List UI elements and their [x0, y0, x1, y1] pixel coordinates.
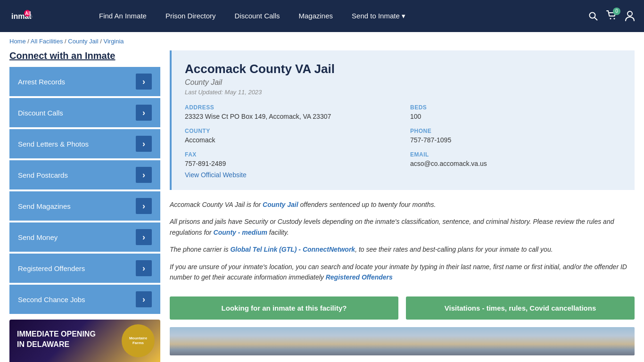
breadcrumb-home[interactable]: Home [9, 38, 26, 45]
sidebar-item-send-magazines[interactable]: Send Magazines › [9, 191, 160, 221]
beds-value: 100 [410, 113, 621, 120]
email-value: acso@co.accomack.va.us [410, 160, 621, 167]
sidebar-item-label: Send Postcards [18, 171, 68, 179]
facility-type: County Jail [185, 78, 621, 87]
nav-magazines[interactable]: Magazines [298, 12, 333, 20]
county-label: COUNTY [185, 128, 396, 134]
looking-for-inmate-button[interactable]: Looking for an inmate at this facility? [170, 296, 398, 320]
search-icon [588, 11, 598, 21]
facility-card: Accomack County VA Jail County Jail Last… [170, 50, 635, 190]
svg-line-5 [594, 17, 597, 20]
sidebar-item-label: Registered Offenders [18, 264, 85, 272]
sidebar-arrow-icon: › [136, 136, 152, 152]
main-nav: Find An Inmate Prison Directory Discount… [99, 12, 574, 20]
address-label: ADDRESS [185, 104, 396, 111]
sidebar-arrow-icon: › [136, 198, 152, 214]
sidebar-arrow-icon: › [136, 260, 152, 276]
county-group: COUNTY Accomack [185, 128, 396, 144]
cart-badge: 0 [613, 8, 620, 15]
desc-para1: Accomack County VA Jail is for County Ja… [170, 199, 635, 210]
registered-offenders-link[interactable]: Registered Offenders [326, 273, 393, 281]
main-container: Connect with an Inmate Arrest Records › … [0, 50, 644, 362]
sidebar-arrow-icon: › [136, 291, 152, 307]
sidebar-item-label: Send Letters & Photos [18, 140, 89, 148]
svg-point-8 [627, 11, 632, 16]
fax-group: FAX 757-891-2489 [185, 151, 396, 167]
county-jail-link[interactable]: County Jail [263, 201, 298, 208]
facility-photo-preview [170, 327, 635, 355]
svg-point-6 [610, 18, 611, 19]
breadcrumb-all-facilities[interactable]: All Facilities [31, 38, 63, 45]
sidebar-item-arrest-records[interactable]: Arrest Records › [9, 67, 160, 96]
nav-find-inmate[interactable]: Find An Inmate [99, 12, 147, 20]
address-value: 23323 Wise Ct PO Box 149, Accomack, VA 2… [185, 113, 396, 120]
ad-text: IMMEDIATE OPENING IN DELAWARE [17, 329, 96, 350]
desc-para4: If you are unsure of your inmate's locat… [170, 262, 635, 283]
email-group: EMAIL acso@co.accomack.va.us [410, 151, 621, 167]
ad-logo: MountaireFarms [122, 324, 155, 357]
email-label: EMAIL [410, 151, 621, 158]
sidebar-item-label: Send Money [18, 233, 58, 241]
nav-send-to-inmate[interactable]: Send to Inmate ▾ [352, 12, 405, 20]
address-group: ADDRESS 23323 Wise Ct PO Box 149, Accoma… [185, 104, 396, 120]
sidebar-arrow-icon: › [136, 105, 152, 121]
facility-updated: Last Updated: May 11, 2023 [185, 89, 621, 96]
facility-details: ADDRESS 23323 Wise Ct PO Box 149, Accoma… [185, 104, 621, 167]
sidebar-item-label: Second Chance Jobs [18, 296, 85, 304]
breadcrumb-state[interactable]: Virginia [103, 38, 124, 45]
nav-prison-directory[interactable]: Prison Directory [165, 12, 216, 20]
facility-photo [170, 327, 635, 355]
county-medium-link[interactable]: County - medium [214, 229, 267, 236]
phone-label: PHONE [410, 128, 621, 134]
sidebar-ad[interactable]: IMMEDIATE OPENING IN DELAWARE MountaireF… [9, 320, 160, 362]
header-icons: 0 [588, 10, 635, 22]
visitations-button[interactable]: Visitations - times, rules, Covid cancel… [406, 296, 635, 320]
phone-group: PHONE 757-787-1095 [410, 128, 621, 144]
nav-discount-calls[interactable]: Discount Calls [235, 12, 280, 20]
search-button[interactable] [588, 11, 598, 21]
sidebar-item-label: Send Magazines [18, 202, 71, 210]
fax-value: 757-891-2489 [185, 160, 396, 167]
user-icon [625, 11, 635, 21]
sidebar-arrow-icon: › [136, 229, 152, 245]
cart-button[interactable]: 0 [606, 10, 617, 22]
account-button[interactable] [625, 11, 635, 21]
ad-logo-text: MountaireFarms [129, 336, 147, 346]
svg-point-7 [614, 18, 615, 19]
sidebar-item-discount-calls[interactable]: Discount Calls › [9, 98, 160, 127]
sidebar-item-send-postcards[interactable]: Send Postcards › [9, 160, 160, 189]
website-link[interactable]: View Official Website [185, 171, 247, 179]
sidebar-item-registered-offenders[interactable]: Registered Offenders › [9, 254, 160, 283]
sidebar-item-label: Discount Calls [18, 109, 63, 117]
svg-point-4 [590, 13, 595, 18]
gtl-link[interactable]: Global Tel Link (GTL) - ConnectNetwork [230, 246, 355, 253]
logo-icon: inmate All [9, 7, 32, 25]
sidebar: Connect with an Inmate Arrest Records › … [9, 50, 160, 362]
sidebar-item-send-money[interactable]: Send Money › [9, 222, 160, 252]
site-header: inmate All Find An Inmate Prison Directo… [0, 0, 644, 32]
beds-group: BEDS 100 [410, 104, 621, 120]
breadcrumb-county-jail[interactable]: County Jail [68, 38, 98, 45]
sidebar-menu: Arrest Records › Discount Calls › Send L… [9, 67, 160, 314]
view-website: View Official Website [185, 171, 621, 179]
description-section: Accomack County VA Jail is for County Ja… [170, 199, 635, 296]
phone-value: 757-787-1095 [410, 136, 621, 144]
fax-label: FAX [185, 151, 396, 158]
sidebar-item-label: Arrest Records [18, 78, 65, 86]
beds-label: BEDS [410, 104, 621, 111]
sidebar-item-send-letters-photos[interactable]: Send Letters & Photos › [9, 129, 160, 158]
ad-line2: IN DELAWARE [17, 339, 96, 350]
sidebar-item-second-chance-jobs[interactable]: Second Chance Jobs › [9, 285, 160, 314]
sidebar-title: Connect with an Inmate [9, 50, 160, 61]
breadcrumb: Home / All Facilities / County Jail / Vi… [0, 32, 644, 50]
svg-text:All: All [25, 11, 31, 16]
logo[interactable]: inmate All [9, 7, 85, 25]
ad-line1: IMMEDIATE OPENING [17, 329, 96, 339]
county-value: Accomack [185, 136, 396, 144]
bottom-buttons: Looking for an inmate at this facility? … [170, 296, 635, 320]
sidebar-arrow-icon: › [136, 167, 152, 183]
facility-name: Accomack County VA Jail [185, 62, 621, 76]
main-content: Accomack County VA Jail County Jail Last… [170, 50, 635, 362]
desc-para2: All prisons and jails have Security or C… [170, 216, 635, 238]
sidebar-arrow-icon: › [136, 74, 152, 90]
